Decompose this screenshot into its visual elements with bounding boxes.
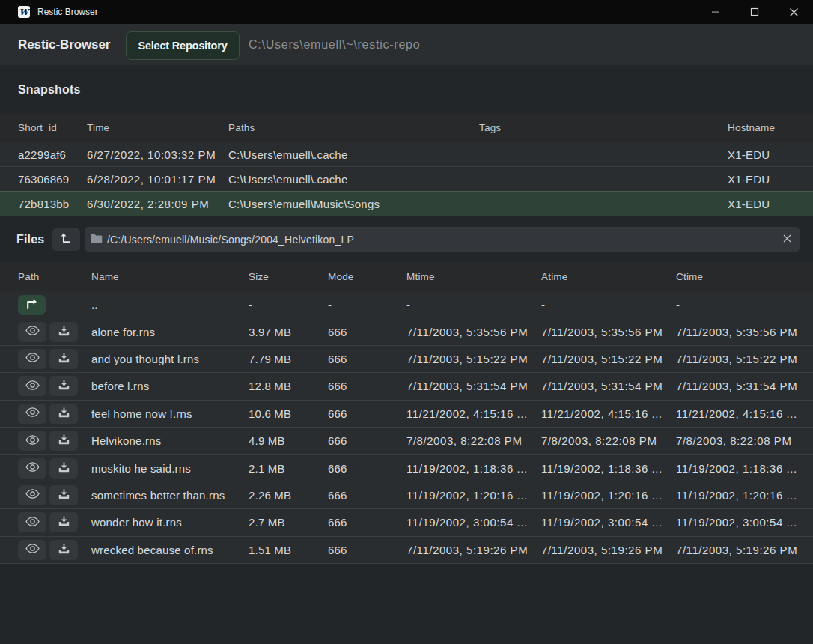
file-size: 3.97 MB bbox=[249, 326, 328, 338]
maximize-button[interactable] bbox=[735, 0, 774, 24]
close-button[interactable] bbox=[774, 0, 813, 24]
file-size: 2.1 MB bbox=[249, 462, 328, 475]
window-controls bbox=[696, 0, 813, 24]
dump-file-button[interactable] bbox=[18, 431, 46, 451]
dump-file-button[interactable] bbox=[18, 322, 46, 342]
file-mode: 666 bbox=[328, 326, 406, 338]
dump-file-button[interactable] bbox=[18, 376, 46, 396]
file-atime: 7/11/2003, 5:35:56 PM bbox=[541, 326, 676, 338]
restore-file-button[interactable] bbox=[49, 540, 78, 560]
file-atime: - bbox=[541, 298, 676, 311]
snapshot-row[interactable]: 72b813bb6/30/2022, 2:28:09 PMC:\Users\em… bbox=[0, 191, 813, 216]
file-size: 12.8 MB bbox=[249, 380, 328, 392]
snapshot-time: 6/27/2022, 10:03:32 PM bbox=[87, 148, 228, 161]
titlebar: W Restic Browser bbox=[0, 0, 813, 24]
file-atime: 11/21/2002, 4:15:16 ... bbox=[541, 407, 676, 420]
snapshot-time: 6/28/2022, 10:01:17 PM bbox=[87, 173, 228, 186]
files-column-header-atime: Atime bbox=[541, 271, 676, 282]
restore-file-button[interactable] bbox=[49, 485, 78, 505]
file-ctime: 7/11/2003, 5:15:22 PM bbox=[676, 353, 797, 365]
files-column-header-ctime: Ctime bbox=[676, 271, 797, 282]
restore-file-button[interactable] bbox=[49, 458, 78, 479]
snapshot-paths: C:\Users\emuell\.cache bbox=[228, 173, 479, 186]
files-title: Files bbox=[16, 233, 44, 246]
file-ctime: - bbox=[676, 298, 797, 311]
download-icon bbox=[58, 489, 70, 502]
minimize-button[interactable] bbox=[696, 0, 735, 24]
file-size: - bbox=[249, 298, 328, 311]
file-name: sometimes better than.rns bbox=[91, 489, 249, 502]
file-mode: 666 bbox=[328, 407, 406, 420]
file-name: and you thought l.rns bbox=[91, 353, 249, 365]
eye-icon bbox=[25, 462, 40, 474]
folder-icon bbox=[91, 233, 103, 246]
file-row: wonder how it.rns2.7 MB66611/19/2002, 3:… bbox=[0, 509, 813, 536]
file-ctime: 7/11/2003, 5:19:26 PM bbox=[676, 544, 797, 556]
file-atime: 7/8/2003, 8:22:08 PM bbox=[541, 434, 676, 447]
dump-file-button[interactable] bbox=[18, 540, 46, 560]
snapshot-paths: C:\Users\emuell\.cache bbox=[228, 148, 479, 161]
download-icon bbox=[58, 380, 70, 392]
select-repository-button[interactable]: Select Repository bbox=[126, 31, 240, 60]
up-directory-button[interactable] bbox=[18, 295, 46, 315]
current-path: /C:/Users/emuell/Music/Songs/2004_Helvet… bbox=[107, 234, 354, 246]
snapshot-hostname: X1-EDU bbox=[728, 198, 795, 210]
file-ctime: 7/11/2003, 5:31:54 PM bbox=[676, 380, 797, 392]
snapshot-hostname: X1-EDU bbox=[728, 173, 795, 186]
file-mode: - bbox=[328, 298, 406, 311]
eye-icon bbox=[25, 407, 40, 419]
file-name: wrecked because of.rns bbox=[91, 544, 249, 556]
snapshot-row[interactable]: a2299af66/27/2022, 10:03:32 PMC:\Users\e… bbox=[0, 142, 813, 167]
snapshots-column-header-paths: Paths bbox=[228, 122, 479, 133]
file-mtime: 11/19/2002, 3:00:54 ... bbox=[406, 516, 541, 529]
restore-file-button[interactable] bbox=[49, 349, 78, 369]
files-column-header-mode: Mode bbox=[328, 271, 406, 282]
snapshot-short-id: 76306869 bbox=[18, 173, 87, 186]
snapshots-column-header-hostname: Hostname bbox=[728, 122, 795, 133]
minimize-icon bbox=[711, 7, 720, 16]
snapshot-row[interactable]: 763068696/28/2022, 10:01:17 PMC:\Users\e… bbox=[0, 167, 813, 192]
restore-file-button[interactable] bbox=[49, 376, 78, 396]
snapshots-section-header: Snapshots bbox=[0, 65, 813, 114]
file-row: and you thought l.rns7.79 MB6667/11/2003… bbox=[0, 346, 813, 373]
file-ctime: 11/19/2002, 1:18:36 ... bbox=[676, 462, 797, 475]
file-row-actions bbox=[18, 376, 91, 396]
path-bar[interactable]: /C:/Users/emuell/Music/Songs/2004_Helvet… bbox=[85, 227, 800, 252]
dump-file-button[interactable] bbox=[18, 404, 46, 424]
restore-file-button[interactable] bbox=[49, 322, 78, 342]
file-mtime: 11/19/2002, 1:18:36 ... bbox=[406, 462, 541, 475]
dump-file-button[interactable] bbox=[18, 458, 46, 479]
file-row-actions bbox=[18, 322, 91, 342]
file-name: Helvikone.rns bbox=[91, 434, 249, 447]
file-name: wonder how it.rns bbox=[91, 516, 249, 529]
go-root-icon bbox=[60, 232, 72, 247]
restore-file-button[interactable] bbox=[49, 431, 78, 451]
snapshots-column-header-time: Time bbox=[87, 122, 228, 133]
download-icon bbox=[58, 326, 70, 338]
file-ctime: 7/8/2003, 8:22:08 PM bbox=[676, 434, 797, 447]
eye-icon bbox=[25, 544, 40, 556]
dump-file-button[interactable] bbox=[18, 512, 46, 532]
files-table-header: PathNameSizeModeMtimeAtimeCtime bbox=[0, 262, 813, 291]
up-dir-icon bbox=[26, 299, 37, 311]
restore-file-button[interactable] bbox=[49, 512, 78, 532]
dump-file-button[interactable] bbox=[18, 349, 46, 369]
snapshots-table: Short_idTimePathsTagsHostname a2299af66/… bbox=[0, 114, 813, 216]
go-root-button[interactable] bbox=[52, 228, 80, 251]
dump-file-button[interactable] bbox=[18, 485, 46, 505]
app-header: Restic-Browser Select Repository C:\User… bbox=[0, 24, 813, 65]
clear-path-button[interactable] bbox=[777, 227, 798, 252]
files-toolbar: Files /C:/Users/emuell/Music/Songs/2004_… bbox=[0, 216, 813, 262]
file-row-actions bbox=[18, 485, 91, 505]
eye-icon bbox=[25, 517, 40, 529]
file-atime: 7/11/2003, 5:19:26 PM bbox=[541, 544, 676, 556]
maximize-icon bbox=[750, 7, 759, 16]
file-name: before l.rns bbox=[91, 380, 249, 392]
restore-file-button[interactable] bbox=[49, 404, 78, 424]
files-table: PathNameSizeModeMtimeAtimeCtime ..-----a… bbox=[0, 262, 813, 564]
file-row-parent: ..----- bbox=[0, 291, 813, 318]
files-column-header-path: Path bbox=[18, 271, 91, 282]
download-icon bbox=[58, 434, 70, 447]
file-mode: 666 bbox=[328, 489, 406, 502]
snapshot-paths: C:\Users\emuell\Music\Songs bbox=[228, 198, 479, 210]
